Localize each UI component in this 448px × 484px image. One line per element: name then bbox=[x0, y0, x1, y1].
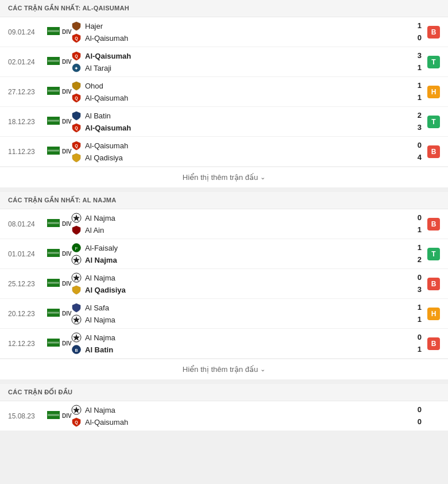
team-row: QAl-Qaisumah bbox=[71, 33, 404, 43]
score-value: 1 bbox=[418, 21, 422, 31]
score-value: 2 bbox=[418, 255, 422, 265]
svg-text:Q: Q bbox=[75, 144, 78, 148]
result-badge: T bbox=[427, 248, 440, 260]
team-name: Ohod bbox=[85, 82, 103, 90]
score-value: 0 bbox=[418, 405, 422, 415]
competition-label: DIV bbox=[62, 221, 72, 227]
team-logo-icon bbox=[71, 285, 82, 295]
svg-rect-29 bbox=[48, 253, 59, 253]
show-more-label: Hiển thị thêm trận đấu bbox=[183, 173, 258, 182]
score-value: 0 bbox=[418, 417, 422, 427]
competition-label: DIV bbox=[62, 89, 72, 95]
match-date: 15.08.23 bbox=[8, 412, 47, 420]
team-logo-icon: B bbox=[71, 344, 82, 355]
result-badge: B bbox=[427, 26, 440, 39]
score-value: 0 bbox=[418, 272, 422, 283]
team-name: Al-Qaisumah bbox=[85, 124, 131, 132]
flag-competition: DIV bbox=[47, 27, 71, 37]
teams-column: Al NajmaAl Ain bbox=[71, 213, 404, 235]
chevron-down-icon: ⌄ bbox=[260, 366, 265, 373]
team-logo-icon bbox=[71, 272, 82, 283]
teams-column: HajerQAl-Qaisumah bbox=[71, 21, 404, 43]
svg-text:Q: Q bbox=[75, 420, 78, 425]
score-value: 1 bbox=[418, 243, 422, 253]
svg-text:B: B bbox=[75, 348, 78, 352]
match-date: 11.12.23 bbox=[8, 148, 47, 156]
team-logo-icon: Q bbox=[71, 33, 82, 43]
match-date: 27.12.23 bbox=[8, 88, 47, 96]
team-row: Al Najma bbox=[71, 255, 404, 265]
team-logo-icon bbox=[71, 255, 82, 265]
team-name: Al Najma bbox=[85, 274, 115, 282]
team-logo-icon: ✦ bbox=[71, 63, 82, 73]
team-row: Hajer bbox=[71, 21, 404, 31]
team-name: Al Najma bbox=[85, 333, 115, 342]
flag-competition: DIV bbox=[47, 249, 71, 259]
score-value: 0 bbox=[418, 140, 422, 151]
score-value: 3 bbox=[418, 285, 422, 295]
chevron-down-icon: ⌄ bbox=[260, 174, 265, 181]
section-alnajma: CÁC TRẬN GẦN NHẤT: AL NAJMA08.01.24 DIVA… bbox=[0, 192, 448, 379]
section-header: CÁC TRẬN GẦN NHẤT: AL NAJMA bbox=[0, 192, 448, 209]
match-row: 01.01.24 DIVFAl-FaisalyAl Najma12T bbox=[0, 239, 448, 269]
score-value: 1 bbox=[418, 302, 422, 313]
team-logo-icon bbox=[71, 332, 82, 343]
result-badge: B bbox=[427, 337, 440, 350]
scores-column: 04 bbox=[404, 140, 422, 163]
team-name: Al Taraji bbox=[85, 64, 111, 72]
team-logo-icon bbox=[71, 314, 82, 325]
score-value: 0 bbox=[418, 33, 422, 43]
team-row: Al Najma bbox=[71, 314, 404, 325]
teams-column: Al BatinQAl-Qaisumah bbox=[71, 110, 404, 133]
team-name: Al-Faisaly bbox=[85, 244, 118, 252]
team-row: QAl-Qaisumah bbox=[71, 140, 404, 151]
scores-column: 12 bbox=[404, 243, 422, 265]
team-name: Al Batin bbox=[85, 112, 111, 120]
team-row: Al Safa bbox=[71, 302, 404, 313]
team-row: ✦Al Taraji bbox=[71, 63, 404, 73]
svg-text:Q: Q bbox=[75, 126, 78, 130]
team-row: Al Najma bbox=[71, 332, 404, 343]
match-date: 08.01.24 bbox=[8, 220, 47, 228]
team-logo-icon bbox=[71, 225, 82, 235]
scores-column: 00 bbox=[404, 405, 422, 427]
svg-rect-46 bbox=[48, 343, 59, 343]
result-badge: B bbox=[427, 218, 440, 231]
svg-text:Q: Q bbox=[75, 36, 78, 41]
flag-competition: DIV bbox=[47, 339, 71, 348]
competition-label: DIV bbox=[62, 148, 72, 155]
result-badge: H bbox=[427, 86, 440, 98]
team-name: Al-Qaisumah bbox=[85, 94, 128, 102]
saudi-flag-icon bbox=[47, 249, 60, 259]
saudi-flag-icon bbox=[47, 57, 60, 67]
match-date: 18.12.23 bbox=[8, 118, 47, 126]
team-name: Al Batin bbox=[85, 345, 113, 354]
score-value: 0 bbox=[418, 332, 422, 343]
team-row: QAl-Qaisumah bbox=[71, 122, 404, 133]
svg-text:F: F bbox=[75, 246, 78, 251]
team-row: QAl-Qaisumah bbox=[71, 51, 404, 61]
match-date: 09.01.24 bbox=[8, 28, 47, 36]
score-value: 2 bbox=[418, 110, 422, 121]
svg-marker-55 bbox=[73, 406, 80, 413]
teams-column: QAl-Qaisumah✦Al Taraji bbox=[71, 51, 404, 73]
saudi-flag-icon bbox=[47, 411, 60, 421]
result-badge: T bbox=[427, 56, 440, 68]
show-more-button[interactable]: Hiển thị thêm trận đấu ⌄ bbox=[0, 359, 448, 379]
team-logo-icon bbox=[71, 213, 82, 223]
match-row: 18.12.23 DIVAl BatinQAl-Qaisumah23T bbox=[0, 107, 448, 137]
team-row: Ohod bbox=[71, 80, 404, 91]
team-row: Al Qadisiya bbox=[71, 285, 404, 295]
score-value: 0 bbox=[418, 213, 422, 223]
svg-marker-43 bbox=[73, 316, 80, 323]
competition-label: DIV bbox=[62, 59, 72, 65]
team-name: Al Najma bbox=[85, 406, 115, 414]
team-row: Al Najma bbox=[71, 405, 404, 415]
saudi-flag-icon bbox=[47, 339, 60, 348]
show-more-button[interactable]: Hiển thị thêm trận đấu ⌄ bbox=[0, 167, 448, 187]
flag-competition: DIV bbox=[47, 411, 71, 421]
scores-column: 03 bbox=[404, 272, 422, 295]
competition-label: DIV bbox=[62, 340, 72, 347]
flag-competition: DIV bbox=[47, 147, 71, 156]
competition-label: DIV bbox=[62, 118, 72, 125]
